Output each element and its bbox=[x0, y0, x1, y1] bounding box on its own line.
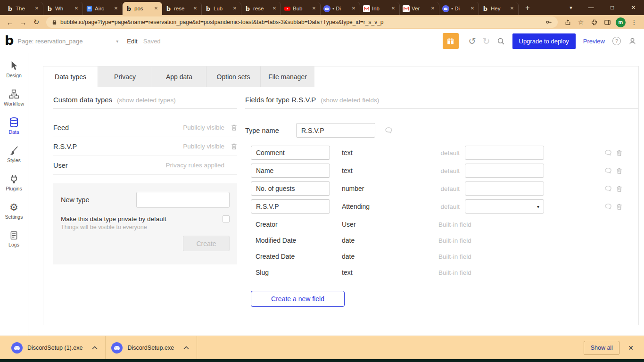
chevron-up-icon[interactable] bbox=[183, 346, 189, 350]
trash-icon[interactable] bbox=[616, 149, 622, 156]
tab-close-icon[interactable]: ✕ bbox=[73, 5, 80, 12]
tab-search-button[interactable]: ▾ bbox=[561, 0, 580, 15]
create-new-field-button[interactable]: Create a new field bbox=[251, 291, 345, 307]
trash-icon[interactable] bbox=[231, 143, 237, 150]
default-value-input[interactable] bbox=[465, 146, 544, 160]
browser-menu-icon[interactable]: ⋮ bbox=[628, 16, 640, 28]
default-value-input[interactable] bbox=[465, 181, 544, 196]
sidebar-item-data[interactable]: Data bbox=[0, 112, 28, 140]
help-button[interactable]: ? bbox=[612, 37, 621, 45]
browser-tab[interactable]: b The ✕ bbox=[4, 2, 43, 15]
new-tab-button[interactable]: + bbox=[521, 2, 534, 14]
forward-button[interactable]: → bbox=[17, 16, 29, 28]
tab-privacy[interactable]: Privacy bbox=[98, 66, 152, 87]
type-row-user[interactable]: User Privacy rules applied bbox=[53, 156, 237, 175]
browser-tab-active[interactable]: b pos ✕ bbox=[123, 2, 162, 15]
trash-icon[interactable] bbox=[616, 185, 622, 192]
tab-option-sets[interactable]: Option sets bbox=[206, 66, 260, 87]
profile-avatar[interactable]: m bbox=[616, 17, 626, 27]
trash-icon[interactable] bbox=[231, 124, 237, 131]
sidebar-item-logs[interactable]: Logs bbox=[0, 225, 28, 253]
trash-icon[interactable] bbox=[616, 203, 622, 210]
tab-close-icon[interactable]: ✕ bbox=[192, 5, 198, 12]
browser-tab[interactable]: Inb ✕ bbox=[360, 2, 400, 15]
back-button[interactable]: ← bbox=[4, 16, 16, 28]
trash-icon[interactable] bbox=[616, 167, 622, 174]
default-value-input[interactable] bbox=[465, 164, 544, 178]
account-button[interactable] bbox=[628, 37, 636, 45]
sidebar-item-settings[interactable]: ⚙ Settings bbox=[0, 197, 28, 225]
tab-close-icon[interactable]: ✕ bbox=[153, 5, 159, 12]
default-value-dropdown[interactable]: ▾ bbox=[465, 199, 544, 214]
maximize-button[interactable]: □ bbox=[602, 0, 623, 15]
type-row-rsvp[interactable]: R.S.V.P Publicly visible bbox=[53, 137, 237, 156]
tab-close-icon[interactable]: ✕ bbox=[113, 5, 119, 12]
tab-close-icon[interactable]: ✕ bbox=[231, 5, 238, 12]
password-key-icon[interactable] bbox=[545, 19, 552, 25]
sidebar-item-workflow[interactable]: Workflow bbox=[0, 83, 28, 112]
field-type[interactable]: number bbox=[342, 185, 427, 192]
browser-tab[interactable]: b rese ✕ bbox=[162, 2, 202, 15]
gift-button[interactable] bbox=[443, 33, 459, 49]
tab-file-manager[interactable]: File manager bbox=[260, 66, 314, 87]
show-all-button[interactable]: Show all bbox=[584, 341, 619, 355]
browser-tab[interactable]: • Di ✕ bbox=[321, 2, 360, 15]
show-deleted-fields-link[interactable]: (show deleted fields) bbox=[321, 97, 379, 104]
tab-close-icon[interactable]: ✕ bbox=[271, 5, 278, 12]
tab-close-icon[interactable]: ✕ bbox=[509, 5, 515, 12]
download-item[interactable]: DiscordSetup.exe bbox=[106, 336, 197, 359]
tab-close-icon[interactable]: ✕ bbox=[311, 5, 317, 12]
comment-bubble-icon[interactable] bbox=[604, 167, 612, 174]
comment-bubble-icon[interactable] bbox=[604, 203, 612, 210]
bookmark-star-icon[interactable]: ☆ bbox=[575, 16, 587, 28]
browser-tab[interactable]: Airc ✕ bbox=[83, 2, 123, 15]
tab-data-types[interactable]: Data types bbox=[43, 66, 98, 87]
field-type[interactable]: text bbox=[342, 167, 427, 174]
undo-button[interactable]: ↺ bbox=[465, 36, 479, 47]
share-icon[interactable] bbox=[561, 16, 574, 28]
browser-tab[interactable]: Bub ✕ bbox=[281, 2, 321, 15]
redo-button[interactable]: ↻ bbox=[479, 36, 494, 47]
field-type[interactable]: text bbox=[342, 149, 427, 156]
type-row-feed[interactable]: Feed Publicly visible bbox=[53, 118, 237, 137]
edit-menu[interactable]: Edit bbox=[127, 38, 137, 45]
sidebar-item-styles[interactable]: Styles bbox=[0, 140, 28, 168]
tab-app-data[interactable]: App data bbox=[152, 66, 206, 87]
sidebar-item-plugins[interactable]: Plugins bbox=[0, 168, 28, 197]
search-button[interactable] bbox=[494, 37, 509, 45]
browser-tab[interactable]: b Wh ✕ bbox=[43, 2, 83, 15]
field-type[interactable]: Attending bbox=[342, 203, 427, 210]
create-type-button[interactable]: Create bbox=[183, 236, 230, 251]
url-omnibox[interactable]: bubble.io/page?type=page&name=reservatio… bbox=[46, 16, 558, 28]
browser-tab[interactable]: b rese ✕ bbox=[241, 2, 281, 15]
tab-close-icon[interactable]: ✕ bbox=[350, 5, 357, 12]
comment-bubble-icon[interactable] bbox=[604, 185, 612, 192]
minimize-button[interactable]: — bbox=[580, 0, 602, 15]
browser-tab[interactable]: b Hey ✕ bbox=[479, 2, 519, 15]
downloads-close-icon[interactable]: ✕ bbox=[628, 344, 634, 352]
tab-close-icon[interactable]: ✕ bbox=[429, 5, 436, 12]
comment-bubble-icon[interactable] bbox=[604, 149, 612, 156]
download-item[interactable]: DiscordSetup (1).exe bbox=[6, 336, 106, 359]
side-panel-icon[interactable] bbox=[601, 16, 613, 28]
browser-tab[interactable]: b Lub ✕ bbox=[202, 2, 241, 15]
field-name-input[interactable] bbox=[251, 146, 330, 160]
browser-tab[interactable]: Ver ✕ bbox=[400, 2, 439, 15]
field-name-input[interactable] bbox=[251, 164, 330, 178]
reload-button[interactable]: ↻ bbox=[30, 16, 42, 28]
comment-bubble-icon[interactable] bbox=[385, 127, 393, 134]
tab-close-icon[interactable]: ✕ bbox=[390, 5, 396, 12]
new-type-input[interactable] bbox=[136, 192, 230, 208]
page-selector[interactable]: Page: reservation_page ▾ bbox=[17, 38, 118, 45]
sidebar-item-design[interactable]: Design bbox=[0, 55, 28, 83]
type-name-input[interactable] bbox=[296, 123, 375, 138]
preview-link[interactable]: Preview bbox=[583, 38, 605, 45]
private-checkbox[interactable] bbox=[223, 215, 230, 222]
lock-icon[interactable] bbox=[52, 19, 57, 25]
browser-tab[interactable]: • Di ✕ bbox=[439, 2, 479, 15]
tab-close-icon[interactable]: ✕ bbox=[33, 5, 40, 12]
upgrade-to-deploy-button[interactable]: Upgrade to deploy bbox=[512, 33, 576, 49]
window-close-button[interactable]: ✕ bbox=[623, 0, 644, 15]
field-name-input[interactable] bbox=[251, 199, 330, 214]
show-deleted-types-link[interactable]: (show deleted types) bbox=[117, 97, 176, 104]
